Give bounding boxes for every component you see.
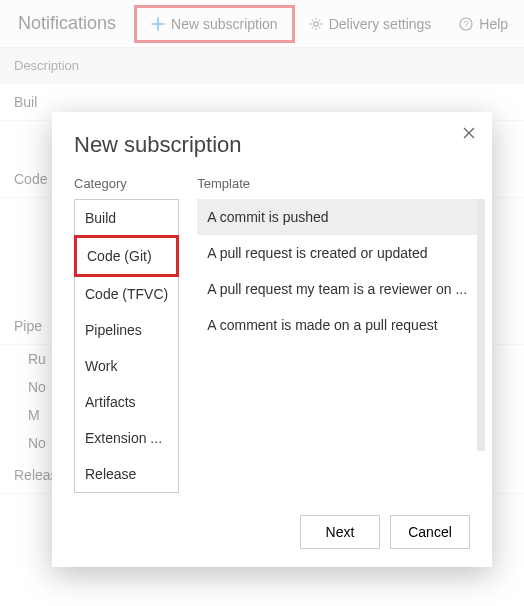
scroll-up-icon[interactable] <box>477 199 485 209</box>
cancel-button[interactable]: Cancel <box>390 515 470 549</box>
scroll-down-icon[interactable] <box>477 441 485 451</box>
category-item[interactable]: Extension ... <box>75 420 178 456</box>
dialog-actions: Next Cancel <box>74 515 470 549</box>
template-item[interactable]: A pull request my team is a reviewer on … <box>197 271 477 307</box>
template-item[interactable]: A commit is pushed <box>197 199 477 235</box>
category-label: Category <box>74 176 179 191</box>
new-subscription-dialog: New subscription Category Build Code (Gi… <box>52 112 492 567</box>
close-icon <box>462 126 476 140</box>
template-item[interactable]: A comment is made on a pull request <box>197 307 477 343</box>
template-column: Template A commit is pushed A pull reque… <box>197 176 485 493</box>
template-label: Template <box>197 176 485 191</box>
next-button[interactable]: Next <box>300 515 380 549</box>
template-list[interactable]: A commit is pushed A pull request is cre… <box>197 199 485 451</box>
category-item[interactable]: Artifacts <box>75 384 178 420</box>
category-item[interactable]: Code (TFVC) <box>75 276 178 312</box>
category-column: Category Build Code (Git) Code (TFVC) Pi… <box>74 176 179 493</box>
category-item[interactable]: Work <box>75 348 178 384</box>
dialog-title: New subscription <box>74 132 470 158</box>
close-button[interactable] <box>462 126 476 140</box>
category-list: Build Code (Git) Code (TFVC) Pipelines W… <box>74 199 179 493</box>
category-item[interactable]: Release <box>75 456 178 492</box>
category-item[interactable]: Build <box>75 200 178 236</box>
category-item[interactable]: Code (Git) <box>74 235 179 277</box>
category-item[interactable]: Pipelines <box>75 312 178 348</box>
template-item[interactable]: A pull request is created or updated <box>197 235 477 271</box>
